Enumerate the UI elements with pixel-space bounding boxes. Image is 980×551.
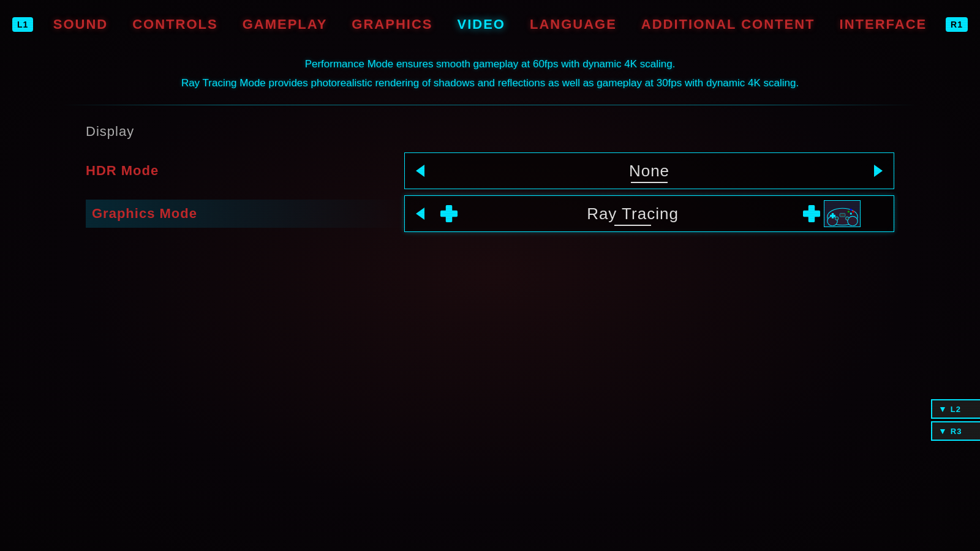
controller-icon bbox=[826, 201, 859, 226]
top-nav: L1 SOUND CONTROLS GAMEPLAY GRAPHICS VIDE… bbox=[0, 0, 980, 49]
dpad-svg-left bbox=[440, 205, 458, 222]
section-divider bbox=[61, 105, 919, 105]
svg-rect-21 bbox=[840, 214, 845, 217]
hdr-mode-row: HDR Mode None bbox=[86, 152, 894, 190]
svg-point-15 bbox=[850, 213, 851, 215]
bottom-right-ui: ▼ L2 ▼ R3 bbox=[931, 399, 980, 441]
svg-point-12 bbox=[847, 217, 858, 226]
l2-badge[interactable]: ▼ L2 bbox=[931, 399, 980, 419]
l1-badge: L1 bbox=[12, 17, 33, 32]
hdr-mode-control[interactable]: None bbox=[404, 152, 894, 189]
nav-item-language[interactable]: LANGUAGE bbox=[530, 17, 617, 32]
svg-point-16 bbox=[852, 211, 854, 212]
content-area: Display HDR Mode None Graphics Mode bbox=[0, 105, 980, 250]
hdr-arrow-right[interactable] bbox=[863, 153, 894, 189]
hdr-mode-value: None bbox=[435, 162, 863, 181]
svg-point-17 bbox=[847, 211, 849, 212]
graphics-mode-row: Graphics Mode Ray Tracing bbox=[86, 195, 894, 233]
svg-point-20 bbox=[845, 217, 849, 220]
l2-label: L2 bbox=[951, 405, 961, 414]
svg-point-19 bbox=[835, 217, 839, 220]
nav-item-controls[interactable]: CONTROLS bbox=[132, 17, 217, 32]
graphics-icon-right bbox=[803, 200, 863, 227]
r3-badge[interactable]: ▼ R3 bbox=[931, 421, 980, 441]
dpad-left-icon bbox=[440, 205, 458, 222]
hdr-arrow-left[interactable] bbox=[405, 153, 435, 189]
r3-label: R3 bbox=[951, 427, 962, 436]
graphics-mode-control[interactable]: Ray Tracing bbox=[404, 195, 894, 232]
svg-point-18 bbox=[850, 209, 851, 211]
graphics-arrow-left[interactable] bbox=[405, 196, 435, 231]
graphics-mode-label: Graphics Mode bbox=[86, 200, 404, 228]
chevron-down-icon-l2: ▼ bbox=[938, 404, 947, 414]
section-title: Display bbox=[86, 124, 894, 140]
nav-item-interface[interactable]: INTERFACE bbox=[840, 17, 927, 32]
info-text-area: Performance Mode ensures smooth gameplay… bbox=[0, 49, 980, 105]
r1-badge: R1 bbox=[946, 17, 968, 32]
graphics-arrow-left-icon bbox=[416, 208, 424, 220]
hdr-mode-label: HDR Mode bbox=[86, 157, 404, 185]
controller-thumbnail bbox=[824, 200, 861, 227]
nav-item-gameplay[interactable]: GAMEPLAY bbox=[243, 17, 328, 32]
arrow-left-icon bbox=[416, 165, 424, 177]
nav-item-video[interactable]: VIDEO bbox=[457, 17, 505, 32]
nav-item-additional-content[interactable]: ADDITIONAL CONTENT bbox=[641, 17, 815, 32]
svg-rect-9 bbox=[809, 211, 815, 217]
info-line2: Ray Tracing Mode provides photorealistic… bbox=[61, 74, 919, 93]
nav-item-graphics[interactable]: GRAPHICS bbox=[352, 17, 432, 32]
graphics-mode-value: Ray Tracing bbox=[462, 204, 803, 223]
chevron-down-icon-r3: ▼ bbox=[938, 426, 947, 436]
graphics-arrow-right[interactable] bbox=[863, 196, 894, 231]
page-wrapper: L1 SOUND CONTROLS GAMEPLAY GRAPHICS VIDE… bbox=[0, 0, 980, 551]
svg-rect-4 bbox=[446, 211, 453, 217]
dpad-svg-right bbox=[803, 205, 820, 222]
svg-rect-14 bbox=[830, 215, 835, 217]
info-line1: Performance Mode ensures smooth gameplay… bbox=[61, 55, 919, 74]
nav-item-sound[interactable]: SOUND bbox=[53, 17, 108, 32]
arrow-right-icon bbox=[874, 165, 883, 177]
